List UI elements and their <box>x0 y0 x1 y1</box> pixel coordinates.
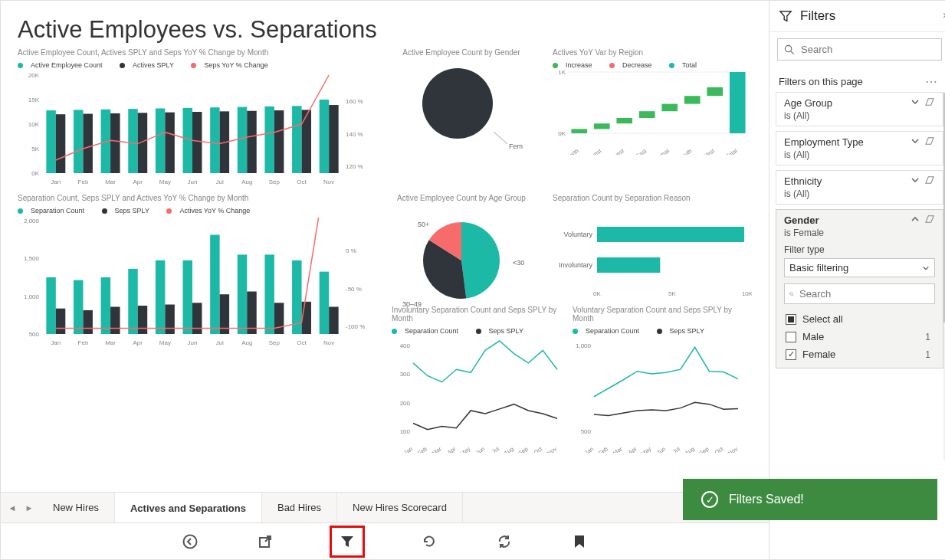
refresh-button[interactable] <box>494 531 515 552</box>
svg-text:Jun: Jun <box>188 178 198 185</box>
chart-actives-by-month[interactable]: Active Employee Count, Actives SPLY and … <box>18 48 370 186</box>
svg-text:Jul: Jul <box>216 178 224 185</box>
svg-text:Sep: Sep <box>269 339 281 346</box>
back-button[interactable] <box>179 531 201 552</box>
chevron-icon[interactable] <box>911 136 920 148</box>
svg-rect-26 <box>210 107 219 173</box>
svg-text:Jul: Jul <box>216 339 224 346</box>
chart-vol-sep[interactable]: Voluntary Separation Count and Seps SPLY… <box>573 306 741 456</box>
svg-text:10K: 10K <box>742 290 752 297</box>
svg-text:120 %: 120 % <box>346 163 363 170</box>
undo-button[interactable] <box>418 531 440 552</box>
filter-option-female[interactable]: Female 1 <box>784 345 935 363</box>
chart-invol-sep[interactable]: Involuntary Separation Count and Seps SP… <box>392 306 560 456</box>
checkbox[interactable] <box>786 314 796 325</box>
svg-rect-55 <box>661 104 678 112</box>
filter-values-search[interactable] <box>784 283 935 304</box>
svg-text:Apr: Apr <box>627 445 638 453</box>
tab-prev[interactable]: ◄ <box>4 503 21 513</box>
tab-new-hires[interactable]: New Hires <box>38 493 115 522</box>
svg-text:Jul: Jul <box>491 445 500 453</box>
eraser-icon[interactable] <box>924 97 935 109</box>
share-button[interactable] <box>254 531 276 552</box>
chevron-icon[interactable] <box>911 175 920 187</box>
svg-rect-71 <box>56 309 65 334</box>
filter-option-select-all[interactable]: Select all <box>784 310 935 328</box>
chevron-icon[interactable] <box>911 97 920 109</box>
svg-text:10K: 10K <box>28 121 40 128</box>
svg-text:500: 500 <box>29 331 40 338</box>
page-tabs: ◄ ► New Hires Actives and Separations Ba… <box>1 492 769 522</box>
tab-next[interactable]: ► <box>21 503 38 513</box>
svg-text:Oct: Oct <box>714 445 725 453</box>
tab-new-hires-scorecard[interactable]: New Hires Scorecard <box>337 493 463 522</box>
svg-text:Oct: Oct <box>297 178 307 185</box>
filter-type-select[interactable]: Basic filtering <box>784 258 935 277</box>
svg-text:May: May <box>159 339 171 346</box>
svg-rect-29 <box>238 107 247 173</box>
svg-text:Jan: Jan <box>51 178 61 185</box>
chart-actives-by-gender[interactable]: Active Employee Count by Gender Female <box>381 48 542 186</box>
report-canvas: Active Employees vs. Separations Active … <box>1 1 769 492</box>
chevron-icon[interactable] <box>911 215 920 226</box>
svg-text:Voluntary: Voluntary <box>563 231 592 238</box>
svg-text:160 %: 160 % <box>346 98 363 105</box>
eraser-icon[interactable] <box>924 136 935 148</box>
search-icon <box>784 44 795 55</box>
svg-rect-74 <box>83 310 92 334</box>
svg-rect-59 <box>707 87 723 96</box>
filter-card-gender[interactable]: Gender is Female Filter type Basic filte… <box>776 209 943 368</box>
svg-text:Feb: Feb <box>416 445 428 453</box>
svg-point-141 <box>184 535 197 548</box>
svg-rect-85 <box>183 260 192 334</box>
filter-option-male[interactable]: Male 1 <box>784 328 935 345</box>
chart-actives-yoy-region[interactable]: Actives YoY Var by Region Increase Decre… <box>553 48 752 186</box>
svg-text:May: May <box>159 178 171 185</box>
svg-text:Sep: Sep <box>697 445 710 453</box>
tab-bad-hires[interactable]: Bad Hires <box>262 493 337 522</box>
filters-search[interactable] <box>777 38 942 61</box>
svg-rect-86 <box>192 303 202 334</box>
svg-text:Aug: Aug <box>684 445 696 453</box>
svg-line-146 <box>792 294 794 296</box>
svg-text:Midwest: Midwest <box>582 147 603 155</box>
check-icon: ✓ <box>701 491 718 508</box>
svg-rect-11 <box>74 110 83 173</box>
svg-text:Feb: Feb <box>597 445 609 453</box>
legend: Increase Decrease Total <box>553 61 752 69</box>
more-icon[interactable]: ⋯ <box>925 74 940 89</box>
svg-rect-33 <box>274 110 284 173</box>
checkbox[interactable] <box>786 349 796 360</box>
svg-text:Feb: Feb <box>78 339 89 346</box>
svg-rect-17 <box>128 109 137 173</box>
svg-text:Jan: Jan <box>402 445 414 453</box>
tab-actives-separations[interactable]: Actives and Separations <box>115 493 262 522</box>
filter-button[interactable] <box>336 531 358 552</box>
page-title: Active Employees vs. Separations <box>18 16 752 44</box>
report-toolbar <box>1 522 769 559</box>
filter-card-ethnicity[interactable]: Ethnicity is (All) <box>776 170 943 205</box>
filter-card-age-group[interactable]: Age Group is (All) <box>776 92 943 126</box>
svg-text:-50 %: -50 % <box>346 286 362 293</box>
svg-text:Apr: Apr <box>133 178 143 185</box>
svg-text:Female: Female <box>509 142 523 150</box>
eraser-icon[interactable] <box>924 215 935 226</box>
svg-rect-95 <box>274 303 284 334</box>
checkbox[interactable] <box>786 332 796 342</box>
svg-text:1,500: 1,500 <box>24 255 40 262</box>
filter-card-employment-type[interactable]: Employment Type is (All) <box>776 131 943 165</box>
svg-text:0 %: 0 % <box>346 247 356 254</box>
svg-text:Nov: Nov <box>323 339 334 346</box>
svg-text:500: 500 <box>581 428 592 435</box>
svg-rect-88 <box>210 235 219 335</box>
filters-section-title: Filters on this page <box>779 76 863 87</box>
chart-seps-by-month[interactable]: Separation Count, Seps SPLY and Actives … <box>18 194 370 355</box>
svg-line-144 <box>791 51 794 54</box>
svg-text:May: May <box>640 445 653 453</box>
filters-search-input[interactable] <box>799 43 935 56</box>
bookmark-button[interactable] <box>569 531 590 552</box>
svg-rect-76 <box>101 277 110 334</box>
svg-text:300: 300 <box>400 371 411 378</box>
eraser-icon[interactable] <box>924 175 935 187</box>
svg-text:Mar: Mar <box>105 339 116 346</box>
